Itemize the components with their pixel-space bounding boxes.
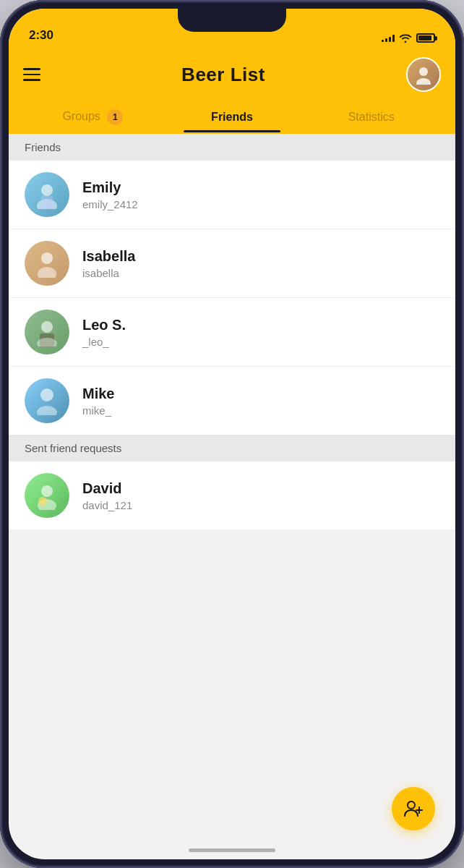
svg-point-12 bbox=[41, 485, 53, 497]
add-friend-button[interactable] bbox=[392, 787, 435, 830]
friend-name: David bbox=[82, 480, 439, 497]
avatar bbox=[25, 172, 69, 217]
hamburger-line bbox=[23, 79, 40, 81]
friend-info: Emily emily_2412 bbox=[82, 179, 439, 210]
friend-name: Mike bbox=[82, 386, 439, 402]
friend-username: emily_2412 bbox=[82, 198, 439, 210]
tabs-row: Groups 1 Friends Statistics bbox=[23, 102, 441, 134]
svg-point-15 bbox=[408, 801, 415, 809]
mike-avatar bbox=[25, 378, 69, 423]
tab-statistics-label: Statistics bbox=[348, 111, 395, 123]
svg-point-0 bbox=[419, 67, 428, 76]
home-indicator bbox=[189, 848, 275, 852]
svg-rect-4 bbox=[41, 196, 53, 209]
tab-groups[interactable]: Groups 1 bbox=[23, 102, 163, 134]
hamburger-line bbox=[23, 68, 40, 70]
emily-avatar bbox=[25, 172, 69, 217]
friend-info: Leo S. _leo_ bbox=[82, 317, 439, 348]
friend-username: isabella bbox=[82, 267, 439, 279]
avatar bbox=[25, 378, 69, 423]
svg-point-6 bbox=[38, 267, 56, 278]
notch bbox=[178, 9, 286, 32]
friend-username: david_121 bbox=[82, 499, 439, 511]
tab-friends-label: Friends bbox=[211, 111, 253, 123]
friend-info: Isabella isabella bbox=[82, 248, 439, 279]
list-item[interactable]: Isabella isabella bbox=[9, 229, 455, 298]
friend-name: Leo S. bbox=[82, 317, 439, 333]
user-avatar[interactable] bbox=[406, 57, 441, 92]
tab-groups-label: Groups bbox=[62, 110, 100, 122]
avatar bbox=[25, 473, 69, 518]
svg-point-10 bbox=[40, 388, 53, 401]
menu-button[interactable] bbox=[23, 68, 40, 81]
svg-point-2 bbox=[41, 184, 53, 196]
sent-requests-list: David david_121 bbox=[9, 461, 455, 529]
avatar bbox=[25, 241, 69, 286]
tab-friends[interactable]: Friends bbox=[163, 103, 302, 132]
user-avatar-placeholder bbox=[408, 59, 439, 90]
battery-icon bbox=[416, 33, 435, 43]
header-row: Beer List bbox=[23, 57, 441, 92]
status-icons bbox=[382, 33, 435, 43]
app-title: Beer List bbox=[181, 64, 265, 86]
sent-requests-section-header: Sent friend requests bbox=[9, 435, 455, 461]
friend-username: mike_ bbox=[82, 404, 439, 417]
tab-groups-badge: 1 bbox=[107, 109, 123, 125]
friend-name: Isabella bbox=[82, 248, 439, 265]
tab-statistics[interactable]: Statistics bbox=[301, 103, 441, 132]
svg-point-14 bbox=[38, 497, 47, 506]
signal-icon bbox=[382, 35, 395, 42]
svg-point-5 bbox=[41, 252, 53, 264]
list-item[interactable]: Mike mike_ bbox=[9, 367, 455, 435]
list-item[interactable]: David david_121 bbox=[9, 461, 455, 529]
app-header: Beer List Groups 1 Friend bbox=[9, 48, 455, 134]
wifi-icon bbox=[399, 33, 412, 43]
svg-point-1 bbox=[416, 78, 431, 85]
leo-avatar bbox=[25, 310, 69, 354]
friend-name: Emily bbox=[82, 179, 439, 196]
list-item[interactable]: Leo S. _leo_ bbox=[9, 298, 455, 367]
friends-section-header: Friends bbox=[9, 134, 455, 161]
status-time: 2:30 bbox=[29, 28, 53, 43]
hamburger-line bbox=[23, 74, 40, 76]
svg-point-11 bbox=[37, 406, 57, 415]
add-person-icon bbox=[403, 799, 424, 819]
content: Friends Emily bbox=[9, 134, 455, 529]
isabella-avatar bbox=[25, 241, 69, 286]
svg-point-7 bbox=[41, 321, 53, 333]
friend-info: Mike mike_ bbox=[82, 386, 439, 417]
avatar bbox=[25, 310, 69, 354]
friend-info: David david_121 bbox=[82, 480, 439, 511]
phone-frame: 2:30 bbox=[0, 0, 464, 868]
status-bar: 2:30 bbox=[9, 9, 455, 48]
david-avatar bbox=[25, 473, 69, 518]
friends-list: Emily emily_2412 Isabel bbox=[9, 161, 455, 435]
list-item[interactable]: Emily emily_2412 bbox=[9, 161, 455, 229]
screen: 2:30 bbox=[9, 9, 455, 859]
friend-username: _leo_ bbox=[82, 336, 439, 348]
